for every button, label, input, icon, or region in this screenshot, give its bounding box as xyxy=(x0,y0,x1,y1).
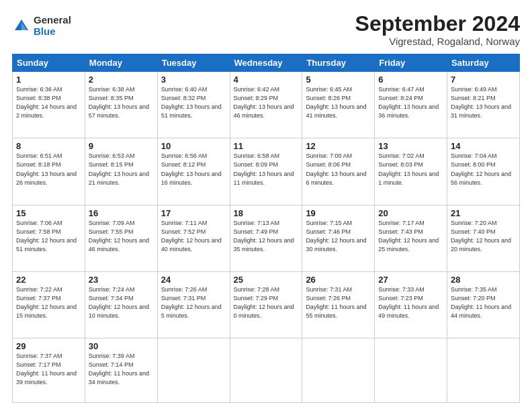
day-info: Sunrise: 6:53 AMSunset: 8:15 PMDaylight:… xyxy=(89,152,154,187)
day-info: Sunrise: 6:36 AMSunset: 8:38 PMDaylight:… xyxy=(16,85,81,120)
day-info: Sunrise: 7:35 AMSunset: 7:20 PMDaylight:… xyxy=(451,285,516,320)
day-number: 6 xyxy=(378,75,443,85)
day-info: Sunrise: 6:49 AMSunset: 8:21 PMDaylight:… xyxy=(451,85,516,120)
table-row: 27Sunrise: 7:33 AMSunset: 7:23 PMDayligh… xyxy=(375,271,447,338)
day-number: 2 xyxy=(89,75,154,85)
table-row: 13Sunrise: 7:02 AMSunset: 8:03 PMDayligh… xyxy=(375,138,447,205)
day-number: 15 xyxy=(16,208,81,218)
day-info: Sunrise: 7:11 AMSunset: 7:52 PMDaylight:… xyxy=(161,219,226,254)
location: Vigrestad, Rogaland, Norway xyxy=(355,36,520,47)
table-row: 30Sunrise: 7:39 AMSunset: 7:14 PMDayligh… xyxy=(85,338,157,403)
col-monday: Monday xyxy=(85,54,157,72)
day-info: Sunrise: 6:51 AMSunset: 8:18 PMDaylight:… xyxy=(16,152,81,187)
day-info: Sunrise: 6:56 AMSunset: 8:12 PMDaylight:… xyxy=(161,152,226,187)
col-tuesday: Tuesday xyxy=(157,54,230,72)
day-number: 14 xyxy=(451,141,516,151)
day-number: 10 xyxy=(161,141,226,151)
col-sunday: Sunday xyxy=(13,54,85,72)
table-row: 6Sunrise: 6:47 AMSunset: 8:24 PMDaylight… xyxy=(375,72,447,138)
day-number: 21 xyxy=(451,208,516,218)
day-info: Sunrise: 7:06 AMSunset: 7:58 PMDaylight:… xyxy=(16,219,81,254)
day-number: 8 xyxy=(16,141,81,151)
table-row: 18Sunrise: 7:13 AMSunset: 7:49 PMDayligh… xyxy=(230,205,302,271)
table-row: 8Sunrise: 6:51 AMSunset: 8:18 PMDaylight… xyxy=(13,138,85,205)
day-info: Sunrise: 7:17 AMSunset: 7:43 PMDaylight:… xyxy=(378,219,443,254)
day-number: 18 xyxy=(234,208,299,218)
calendar-week-4: 22Sunrise: 7:22 AMSunset: 7:37 PMDayligh… xyxy=(13,271,520,338)
calendar-week-2: 8Sunrise: 6:51 AMSunset: 8:18 PMDaylight… xyxy=(13,138,520,205)
table-row: 16Sunrise: 7:09 AMSunset: 7:55 PMDayligh… xyxy=(85,205,157,271)
day-info: Sunrise: 7:24 AMSunset: 7:34 PMDaylight:… xyxy=(89,285,154,320)
day-info: Sunrise: 6:38 AMSunset: 8:35 PMDaylight:… xyxy=(89,85,154,120)
day-number: 19 xyxy=(306,208,371,218)
day-info: Sunrise: 6:47 AMSunset: 8:24 PMDaylight:… xyxy=(378,85,443,120)
day-number: 11 xyxy=(234,141,299,151)
table-row: 24Sunrise: 7:26 AMSunset: 7:31 PMDayligh… xyxy=(157,271,230,338)
day-number: 30 xyxy=(89,341,154,351)
table-row xyxy=(302,338,375,403)
day-info: Sunrise: 6:42 AMSunset: 8:29 PMDaylight:… xyxy=(234,85,299,120)
day-info: Sunrise: 7:00 AMSunset: 8:06 PMDaylight:… xyxy=(306,152,371,187)
day-number: 25 xyxy=(234,275,299,285)
table-row xyxy=(447,338,520,403)
day-info: Sunrise: 7:26 AMSunset: 7:31 PMDaylight:… xyxy=(161,285,226,320)
day-info: Sunrise: 6:40 AMSunset: 8:32 PMDaylight:… xyxy=(161,85,226,120)
day-number: 5 xyxy=(306,75,371,85)
page: General Blue September 2024 Vigrestad, R… xyxy=(0,0,532,411)
day-info: Sunrise: 7:15 AMSunset: 7:46 PMDaylight:… xyxy=(306,219,371,254)
logo-blue: Blue xyxy=(34,26,71,38)
calendar-week-3: 15Sunrise: 7:06 AMSunset: 7:58 PMDayligh… xyxy=(13,205,520,271)
day-info: Sunrise: 6:58 AMSunset: 8:09 PMDaylight:… xyxy=(234,152,299,187)
table-row: 14Sunrise: 7:04 AMSunset: 8:00 PMDayligh… xyxy=(447,138,520,205)
table-row: 5Sunrise: 6:45 AMSunset: 8:26 PMDaylight… xyxy=(302,72,375,138)
table-row: 22Sunrise: 7:22 AMSunset: 7:37 PMDayligh… xyxy=(13,271,85,338)
logo-general: General xyxy=(34,15,71,26)
table-row: 19Sunrise: 7:15 AMSunset: 7:46 PMDayligh… xyxy=(302,205,375,271)
day-number: 24 xyxy=(161,275,226,285)
day-number: 4 xyxy=(234,75,299,85)
table-row: 1Sunrise: 6:36 AMSunset: 8:38 PMDaylight… xyxy=(13,72,85,138)
table-row: 12Sunrise: 7:00 AMSunset: 8:06 PMDayligh… xyxy=(302,138,375,205)
day-number: 22 xyxy=(16,275,81,285)
month-title: September 2024 xyxy=(355,12,520,36)
calendar-week-1: 1Sunrise: 6:36 AMSunset: 8:38 PMDaylight… xyxy=(13,72,520,138)
col-thursday: Thursday xyxy=(302,54,375,72)
day-info: Sunrise: 7:37 AMSunset: 7:17 PMDaylight:… xyxy=(16,352,81,387)
day-info: Sunrise: 7:33 AMSunset: 7:23 PMDaylight:… xyxy=(378,285,443,320)
header: General Blue September 2024 Vigrestad, R… xyxy=(12,12,520,47)
table-row xyxy=(157,338,230,403)
table-row xyxy=(375,338,447,403)
table-row: 17Sunrise: 7:11 AMSunset: 7:52 PMDayligh… xyxy=(157,205,230,271)
calendar-table: Sunday Monday Tuesday Wednesday Thursday… xyxy=(12,54,520,403)
day-number: 3 xyxy=(161,75,226,85)
day-info: Sunrise: 7:20 AMSunset: 7:40 PMDaylight:… xyxy=(451,219,516,254)
day-number: 20 xyxy=(378,208,443,218)
day-number: 9 xyxy=(89,141,154,151)
day-number: 29 xyxy=(16,341,81,351)
table-row: 4Sunrise: 6:42 AMSunset: 8:29 PMDaylight… xyxy=(230,72,302,138)
col-friday: Friday xyxy=(375,54,447,72)
table-row: 23Sunrise: 7:24 AMSunset: 7:34 PMDayligh… xyxy=(85,271,157,338)
day-number: 1 xyxy=(16,75,81,85)
table-row: 29Sunrise: 7:37 AMSunset: 7:17 PMDayligh… xyxy=(13,338,85,403)
day-number: 7 xyxy=(451,75,516,85)
table-row: 10Sunrise: 6:56 AMSunset: 8:12 PMDayligh… xyxy=(157,138,230,205)
day-info: Sunrise: 7:31 AMSunset: 7:26 PMDaylight:… xyxy=(306,285,371,320)
day-info: Sunrise: 7:09 AMSunset: 7:55 PMDaylight:… xyxy=(89,219,154,254)
table-row: 25Sunrise: 7:28 AMSunset: 7:29 PMDayligh… xyxy=(230,271,302,338)
title-block: September 2024 Vigrestad, Rogaland, Norw… xyxy=(355,12,520,47)
col-wednesday: Wednesday xyxy=(230,54,302,72)
table-row: 3Sunrise: 6:40 AMSunset: 8:32 PMDaylight… xyxy=(157,72,230,138)
day-number: 13 xyxy=(378,141,443,151)
day-number: 23 xyxy=(89,275,154,285)
table-row: 15Sunrise: 7:06 AMSunset: 7:58 PMDayligh… xyxy=(13,205,85,271)
calendar-week-5: 29Sunrise: 7:37 AMSunset: 7:17 PMDayligh… xyxy=(13,338,520,403)
day-number: 26 xyxy=(306,275,371,285)
table-row: 26Sunrise: 7:31 AMSunset: 7:26 PMDayligh… xyxy=(302,271,375,338)
table-row: 9Sunrise: 6:53 AMSunset: 8:15 PMDaylight… xyxy=(85,138,157,205)
day-info: Sunrise: 7:22 AMSunset: 7:37 PMDaylight:… xyxy=(16,285,81,320)
day-info: Sunrise: 7:13 AMSunset: 7:49 PMDaylight:… xyxy=(234,219,299,254)
day-info: Sunrise: 6:45 AMSunset: 8:26 PMDaylight:… xyxy=(306,85,371,120)
table-row: 7Sunrise: 6:49 AMSunset: 8:21 PMDaylight… xyxy=(447,72,520,138)
logo-icon xyxy=(12,17,31,36)
